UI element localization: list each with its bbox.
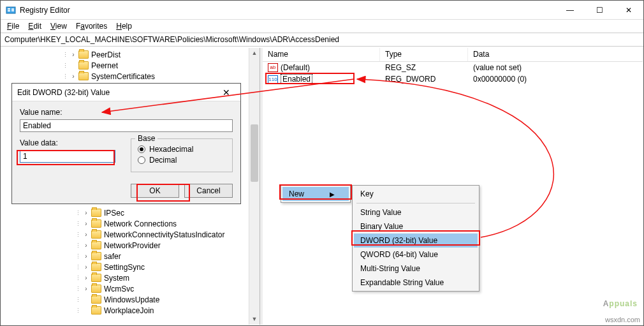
value-name-label: Value name:	[20, 108, 233, 117]
folder-icon	[91, 274, 101, 282]
menu-help[interactable]: Help	[112, 20, 136, 32]
tree-item[interactable]: ⋮ ›PeerDist	[1, 49, 260, 60]
value-data-field[interactable]	[20, 150, 115, 163]
context-submenu-new[interactable]: KeyString ValueBinary ValueDWORD (32-bit…	[352, 185, 479, 292]
window-title: Registry Editor	[20, 6, 555, 15]
expander-icon[interactable]: ›	[82, 285, 90, 292]
tree-item[interactable]: ⋮ ›SettingSync	[1, 262, 260, 272]
regedit-icon	[6, 5, 16, 15]
edit-dword-dialog[interactable]: Edit DWORD (32-bit) Value ✕ Value name: …	[11, 83, 241, 204]
ctx-item[interactable]: DWORD (32-bit) Value	[354, 233, 478, 248]
cell-name[interactable]: ab(Default)	[263, 63, 380, 73]
address-path[interactable]: Computer\HKEY_LOCAL_MACHINE\SOFTWARE\Pol…	[4, 35, 640, 44]
scroll-down-icon[interactable]: ▼	[249, 314, 260, 325]
titlebar[interactable]: Registry Editor — ☐ ✕	[1, 1, 643, 20]
col-header-type[interactable]: Type	[380, 48, 468, 61]
tree-item-label: SystemCertificates	[91, 72, 155, 81]
address-bar[interactable]: Computer\HKEY_LOCAL_MACHINE\SOFTWARE\Pol…	[1, 33, 643, 47]
tree-item[interactable]: ⋮ ›IPSec	[1, 207, 260, 218]
value-row[interactable]: 110EnabledREG_DWORD0x00000000 (0)	[263, 73, 643, 85]
tree-item-label: PeerDist	[91, 50, 121, 59]
radio-hex-row[interactable]: Hexadecimal	[138, 145, 226, 154]
tree-item[interactable]: ⋮ Peernet	[1, 60, 260, 71]
tree-item[interactable]: ⋮ ›Network Connections	[1, 218, 260, 229]
expander-icon[interactable]: ›	[70, 51, 77, 58]
value-name-field[interactable]	[20, 119, 233, 132]
menu-favorites[interactable]: Favorites	[72, 20, 111, 32]
folder-icon	[91, 285, 101, 293]
tree-item[interactable]: ⋮ ›WcmSvc	[1, 283, 260, 294]
base-legend: Base	[135, 134, 157, 143]
tree-item-label: SettingSync	[104, 263, 145, 272]
expander-icon[interactable]: ›	[82, 231, 90, 238]
minimize-button[interactable]: —	[555, 1, 585, 19]
dialog-close-button[interactable]: ✕	[217, 87, 235, 98]
ctx-new[interactable]: New ▶	[282, 187, 349, 201]
context-menu-primary[interactable]: New ▶	[281, 185, 351, 203]
tree-guide-icon: ⋮	[75, 232, 82, 238]
base-fieldset: Base Hexadecimal Decimal	[131, 138, 233, 172]
folder-icon	[91, 241, 101, 249]
tree-item[interactable]: ⋮ ›safer	[1, 251, 260, 262]
ctx-item[interactable]: String Value	[354, 205, 478, 219]
ctx-item[interactable]: Binary Value	[354, 219, 478, 233]
expander-icon[interactable]: ›	[82, 274, 90, 281]
tree-item-label: Network Connections	[104, 219, 177, 228]
scroll-thumb[interactable]	[251, 124, 258, 182]
radio-dec[interactable]	[138, 156, 145, 164]
radio-dec-row[interactable]: Decimal	[138, 156, 226, 165]
expander-icon[interactable]: ›	[82, 220, 90, 227]
expander-icon[interactable]: ›	[70, 73, 77, 80]
value-name-text: (Default)	[281, 63, 310, 72]
tree-item[interactable]: ⋮ ›NetworkProvider	[1, 240, 260, 251]
tree-item[interactable]: ⋮ ›NetworkConnectivityStatusIndicator	[1, 229, 260, 240]
menubar: File Edit View Favorites Help	[1, 20, 643, 33]
cancel-button[interactable]: Cancel	[184, 184, 233, 198]
scroll-up-icon[interactable]: ▲	[249, 48, 260, 59]
value-row[interactable]: ab(Default)REG_SZ(value not set)	[263, 62, 643, 73]
tree-item[interactable]: ⋮ WorkplaceJoin	[1, 305, 260, 316]
ctx-item[interactable]: QWORD (64-bit) Value	[354, 248, 478, 262]
folder-icon	[78, 72, 89, 80]
ctx-item[interactable]: Key	[354, 187, 478, 201]
dialog-title: Edit DWORD (32-bit) Value	[17, 88, 217, 97]
folder-icon	[91, 230, 101, 239]
cell-name[interactable]: 110Enabled	[263, 74, 380, 84]
expander-icon[interactable]: ›	[82, 242, 90, 249]
dialog-titlebar[interactable]: Edit DWORD (32-bit) Value ✕	[12, 84, 240, 101]
rename-field[interactable]: Enabled	[281, 74, 312, 84]
folder-icon	[91, 252, 101, 260]
tree-item[interactable]: ⋮ WindowsUpdate	[1, 294, 260, 305]
tree-item-label: Peernet	[91, 61, 118, 70]
ctx-item-label: String Value	[360, 208, 401, 217]
tree-item[interactable]: ⋮ ›System	[1, 272, 260, 283]
close-button[interactable]: ✕	[614, 1, 643, 19]
menu-file[interactable]: File	[3, 20, 23, 32]
expander-icon[interactable]: ›	[82, 209, 90, 216]
tree-bottom-section: ⋮ ›IPSec⋮ ›Network Connections⋮ ›Network…	[1, 206, 260, 316]
tree-guide-icon: ⋮	[75, 264, 82, 270]
menu-view[interactable]: View	[47, 20, 71, 32]
col-header-data[interactable]: Data	[468, 48, 643, 61]
ctx-item-label: QWORD (64-bit) Value	[360, 250, 438, 259]
ctx-item[interactable]: Expandable String Value	[354, 276, 478, 290]
menu-edit[interactable]: Edit	[24, 20, 45, 32]
expander-icon[interactable]: ›	[82, 263, 90, 270]
col-header-name[interactable]: Name	[263, 48, 380, 61]
tree-guide-icon: ⋮	[75, 297, 82, 303]
maximize-button[interactable]: ☐	[585, 1, 614, 19]
tree-item-label: WcmSvc	[104, 285, 134, 293]
ctx-item[interactable]: Multi-String Value	[354, 262, 478, 276]
ctx-item-label: DWORD (32-bit) Value	[360, 236, 437, 245]
tree-guide-icon: ⋮	[75, 242, 82, 249]
list-header[interactable]: Name Type Data	[263, 48, 643, 62]
ok-button[interactable]: OK	[131, 184, 179, 198]
list-body[interactable]: ab(Default)REG_SZ(value not set)110Enabl…	[263, 62, 643, 85]
ctx-item-label: Multi-String Value	[360, 264, 420, 273]
tree-item[interactable]: ⋮ ›SystemCertificates	[1, 71, 260, 82]
tree-item-label: NetworkProvider	[104, 241, 161, 250]
radio-hex[interactable]	[138, 145, 145, 153]
expander-icon[interactable]: ›	[82, 253, 90, 260]
tree-scrollbar[interactable]: ▲ ▼	[249, 48, 260, 325]
tree-item-label: WorkplaceJoin	[104, 306, 154, 315]
